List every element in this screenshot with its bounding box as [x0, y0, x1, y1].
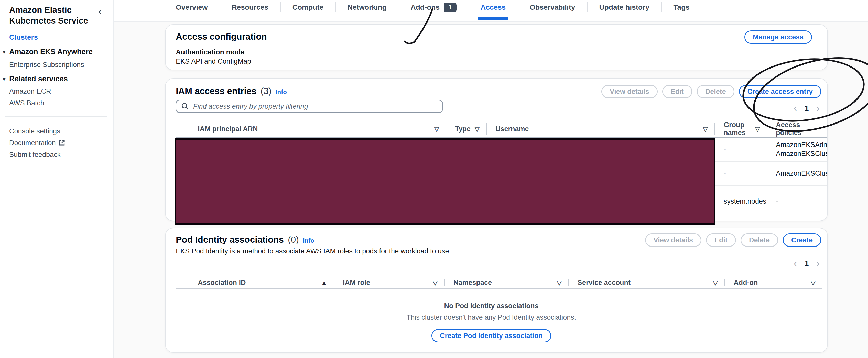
next-page-icon[interactable]: › [816, 259, 819, 268]
column-label: Namespace [454, 279, 492, 287]
sidebar-item-aws-batch[interactable]: AWS Batch [9, 99, 44, 107]
access-policies-cell: - [767, 186, 827, 217]
caret-down-icon: ▾ [3, 48, 6, 56]
view-details-button[interactable]: View details [601, 85, 658, 98]
tab-resources[interactable]: Resources [220, 0, 280, 14]
tab-networking[interactable]: Networking [336, 0, 398, 14]
column-header-group-names[interactable]: Group names ▽ [714, 121, 767, 137]
sidebar-item-clusters[interactable]: Clusters [9, 33, 38, 41]
section-title: Pod Identity associations [176, 234, 284, 245]
sidebar-divider [5, 116, 107, 117]
next-page-icon[interactable]: › [816, 103, 819, 113]
filter-icon[interactable]: ▽ [557, 279, 562, 287]
filter-icon[interactable]: ▽ [475, 125, 479, 133]
access-policies-cell: AmazonEKSAdminPo AmazonEKSClusterA [767, 137, 827, 161]
column-label: IAM role [343, 279, 370, 287]
auth-mode-value: EKS API and ConfigMap [176, 58, 251, 65]
tab-tags[interactable]: Tags [661, 0, 702, 14]
tab-add-ons[interactable]: Add-ons 1 [399, 0, 469, 14]
column-header-association-id[interactable]: Association ID ▲ [189, 277, 334, 288]
empty-state-title: No Pod Identity associations [165, 302, 817, 310]
section-description: EKS Pod Identity is a method to associat… [176, 247, 451, 255]
create-access-entry-button[interactable]: Create access entry [739, 85, 821, 98]
page-number[interactable]: 1 [805, 104, 809, 112]
sidebar-item-documentation[interactable]: Documentation [9, 139, 65, 148]
tab-bar: Overview Resources Compute Networking Ad… [114, 0, 868, 22]
column-label: Add-on [734, 279, 758, 287]
pod-table-header: Association ID ▲ IAM role ▽ Namespace ▽ … [176, 277, 822, 289]
edit-button[interactable]: Edit [706, 233, 736, 247]
column-header-add-on[interactable]: Add-on ▽ [724, 277, 822, 288]
column-label: Access policies [776, 121, 827, 137]
column-header-username[interactable]: Username ▽ [486, 121, 714, 137]
column-label: IAM principal ARN [198, 125, 258, 133]
sidebar-section-label: Amazon EKS Anywhere [9, 47, 93, 56]
policy-name: AmazonEKSClusterIn [776, 169, 827, 178]
info-link[interactable]: Info [303, 237, 314, 244]
filter-icon[interactable]: ▽ [811, 279, 815, 287]
filter-icon[interactable]: ▽ [433, 279, 438, 287]
previous-page-icon[interactable]: ‹ [794, 103, 797, 113]
empty-state-message: This cluster doesn't have any Pod Identi… [165, 314, 817, 321]
sort-ascending-icon[interactable]: ▲ [321, 279, 327, 287]
tab-access[interactable]: Access [469, 0, 518, 14]
iam-table-header: IAM principal ARN ▽ Type ▽ Username ▽ Gr… [176, 121, 827, 137]
policy-name: AmazonEKSClusterA [776, 149, 827, 158]
sidebar-item-label: Documentation [9, 139, 56, 147]
tab-observability[interactable]: Observability [518, 0, 587, 14]
sidebar-item-console-settings[interactable]: Console settings [9, 127, 60, 135]
column-label: Group names [724, 121, 755, 137]
iam-pagination: ‹ 1 › [794, 103, 819, 113]
search-icon [181, 102, 189, 110]
create-pod-identity-association-button[interactable]: Create Pod Identity association [431, 329, 551, 343]
filter-icon[interactable]: ▽ [755, 125, 760, 133]
filter-icon[interactable]: ▽ [713, 279, 718, 287]
external-link-icon [58, 139, 65, 148]
sidebar-section-related-services[interactable]: ▾ Related services [3, 75, 68, 83]
search-input[interactable] [193, 102, 438, 111]
section-count: (0) [288, 234, 299, 245]
pod-pagination: ‹ 1 › [794, 259, 819, 268]
sidebar: ‹ Amazon Elastic Kubernetes Service Clus… [0, 0, 114, 358]
tab-overview[interactable]: Overview [164, 0, 220, 14]
column-label: Type [455, 125, 471, 133]
delete-button[interactable]: Delete [741, 233, 778, 247]
create-button[interactable]: Create [783, 233, 821, 247]
column-header-iam-principal-arn[interactable]: IAM principal ARN ▽ [189, 121, 446, 137]
group-names-cell: - [714, 162, 767, 185]
redaction-overlay [175, 138, 715, 225]
sidebar-section-eks-anywhere[interactable]: ▾ Amazon EKS Anywhere [3, 47, 93, 56]
column-header-namespace[interactable]: Namespace ▽ [444, 277, 568, 288]
group-names-cell: - [714, 137, 767, 161]
sidebar-item-submit-feedback[interactable]: Submit feedback [9, 151, 61, 159]
pod-identity-associations-card: Pod Identity associations (0) Info EKS P… [165, 228, 828, 353]
sidebar-item-enterprise-subscriptions[interactable]: Enterprise Subscriptions [9, 61, 84, 69]
main-content: Overview Resources Compute Networking Ad… [114, 0, 868, 358]
filter-icon[interactable]: ▽ [703, 125, 708, 133]
sidebar-collapse-icon[interactable]: ‹ [98, 4, 102, 18]
delete-button[interactable]: Delete [697, 85, 735, 98]
tab-update-history[interactable]: Update history [587, 0, 661, 14]
column-header-iam-role[interactable]: IAM role ▽ [334, 277, 444, 288]
manage-access-button[interactable]: Manage access [744, 30, 812, 44]
tab-compute[interactable]: Compute [280, 0, 336, 14]
sidebar-item-amazon-ecr[interactable]: Amazon ECR [9, 88, 51, 95]
filter-icon[interactable]: ▽ [434, 125, 439, 133]
view-details-button[interactable]: View details [645, 233, 702, 247]
previous-page-icon[interactable]: ‹ [794, 259, 797, 268]
column-header-service-account[interactable]: Service account ▽ [568, 277, 724, 288]
edit-button[interactable]: Edit [662, 85, 692, 98]
column-header-access-policies[interactable]: Access policies [767, 121, 827, 137]
empty-state: No Pod Identity associations This cluste… [165, 302, 817, 343]
service-title: Amazon Elastic Kubernetes Service [9, 5, 91, 26]
info-link[interactable]: Info [276, 89, 287, 96]
group-names-cell: system:nodes [714, 186, 767, 217]
add-ons-count-badge: 1 [444, 3, 457, 12]
column-label: Association ID [198, 279, 246, 287]
access-configuration-card: Access configuration Authentication mode… [165, 24, 828, 70]
policy-name: - [776, 197, 778, 206]
column-header-type[interactable]: Type ▽ [446, 121, 486, 137]
access-entry-search [176, 100, 443, 113]
iam-access-entries-card: IAM access entries (3) Info View details… [165, 78, 828, 221]
page-number[interactable]: 1 [805, 259, 809, 268]
